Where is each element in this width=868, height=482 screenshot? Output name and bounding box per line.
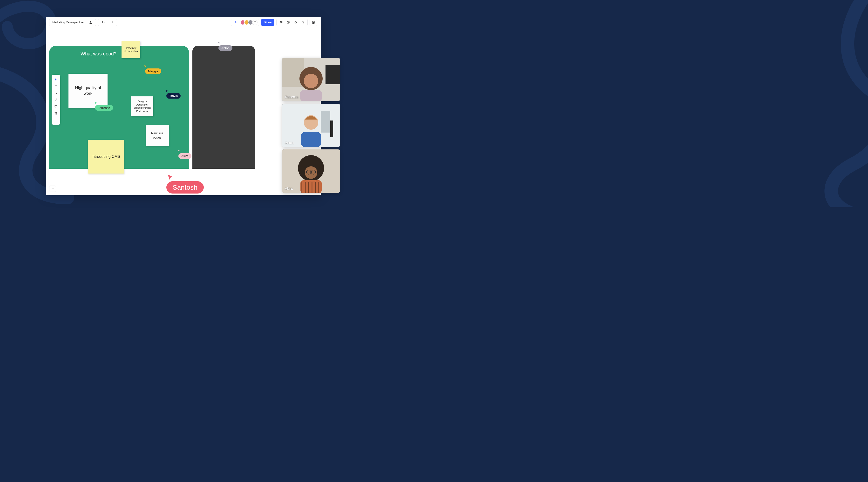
notes-panel-button[interactable] bbox=[310, 19, 317, 26]
whiteboard-app-window: Marketing Retrospective bbox=[46, 17, 321, 195]
cursor-arrow-icon bbox=[217, 41, 221, 45]
toolbox bbox=[52, 75, 60, 125]
undo-redo-group bbox=[98, 19, 117, 26]
settings-sliders-icon[interactable] bbox=[278, 19, 285, 26]
avatar-stack[interactable]: 7 bbox=[240, 20, 257, 25]
note-design-x[interactable]: Design x Acquisition experiment with Pai… bbox=[131, 96, 153, 116]
tool-frame[interactable] bbox=[53, 110, 59, 117]
svg-point-5 bbox=[302, 21, 303, 23]
svg-point-14 bbox=[304, 74, 318, 88]
panel-title: What was good? bbox=[81, 51, 117, 57]
cursor-label: Maggie bbox=[145, 68, 161, 74]
cursor-label: Santosh bbox=[166, 181, 204, 194]
cursor-santosh: Santosh bbox=[166, 173, 204, 191]
tool-select[interactable] bbox=[53, 76, 59, 83]
expand-panel-button[interactable] bbox=[49, 186, 56, 192]
tool-sticky[interactable] bbox=[53, 90, 59, 96]
video-name: Anton bbox=[285, 141, 294, 144]
cursor-label: Akira bbox=[179, 153, 191, 159]
svg-point-4 bbox=[288, 23, 288, 23]
video-tile-anton[interactable]: Anton bbox=[282, 104, 340, 147]
cursor-label: Anton bbox=[218, 45, 232, 51]
tool-comment[interactable] bbox=[53, 103, 59, 110]
video-call-panel: Rebecca Anton Akira bbox=[282, 58, 340, 193]
svg-point-0 bbox=[280, 21, 281, 22]
utility-icons bbox=[276, 19, 308, 26]
cursor-arrow-icon bbox=[144, 65, 148, 68]
cursor-terrence: Terrence bbox=[94, 101, 113, 110]
svg-point-9 bbox=[57, 120, 57, 120]
svg-point-2 bbox=[281, 23, 281, 23]
cursor-travis: Travis bbox=[165, 89, 181, 99]
canvas[interactable]: What was good? proactivity of each of us… bbox=[49, 31, 317, 192]
participant-count[interactable]: 7 bbox=[252, 20, 257, 25]
note-intro-cms[interactable]: Introducing CMS bbox=[88, 140, 124, 173]
redo-icon[interactable] bbox=[108, 19, 116, 26]
tool-more[interactable] bbox=[53, 117, 59, 123]
tool-text[interactable] bbox=[53, 83, 59, 89]
board-title: Marketing Retrospective bbox=[52, 21, 84, 24]
help-icon[interactable] bbox=[285, 19, 292, 26]
svg-point-7 bbox=[55, 120, 56, 120]
topbar: Marketing Retrospective bbox=[46, 17, 321, 28]
note-proactivity[interactable]: proactivity of each of us bbox=[122, 41, 140, 58]
cursor-arrow-icon bbox=[178, 150, 181, 153]
cursor-arrow-icon bbox=[166, 173, 175, 182]
svg-rect-12 bbox=[326, 65, 340, 84]
svg-point-1 bbox=[281, 22, 282, 23]
export-icon[interactable] bbox=[89, 19, 93, 26]
svg-rect-18 bbox=[330, 121, 333, 137]
note-new-site[interactable]: New site pages bbox=[146, 125, 169, 146]
cursor-mode-icon[interactable] bbox=[232, 19, 240, 26]
cursor-arrow-icon bbox=[165, 89, 169, 93]
search-icon[interactable] bbox=[299, 19, 306, 26]
panel-dark[interactable] bbox=[192, 46, 255, 169]
svg-rect-20 bbox=[301, 132, 321, 147]
video-name: Akira bbox=[285, 187, 293, 190]
svg-point-8 bbox=[56, 120, 56, 120]
cursor-label: Terrence bbox=[95, 105, 113, 110]
undo-icon[interactable] bbox=[100, 19, 107, 26]
share-button[interactable]: Share bbox=[261, 19, 274, 26]
decorative-swirl-right bbox=[810, 0, 868, 207]
cursor-maggie: Maggie bbox=[144, 65, 161, 74]
video-tile-akira[interactable]: Akira bbox=[282, 150, 340, 193]
video-tile-rebecca[interactable]: Rebecca bbox=[282, 58, 340, 101]
presence-group: 7 bbox=[231, 19, 259, 26]
bell-icon[interactable] bbox=[292, 19, 299, 26]
cursor-anton: Anton bbox=[217, 41, 232, 51]
svg-rect-15 bbox=[300, 90, 322, 101]
cursor-akira: Akira bbox=[178, 150, 191, 159]
tool-arrow[interactable] bbox=[53, 97, 59, 103]
video-name: Rebecca bbox=[285, 95, 298, 99]
cursor-label: Travis bbox=[166, 93, 181, 99]
board-title-pill[interactable]: Marketing Retrospective bbox=[49, 19, 96, 26]
svg-rect-17 bbox=[321, 111, 330, 133]
cursor-arrow-icon bbox=[94, 101, 98, 105]
